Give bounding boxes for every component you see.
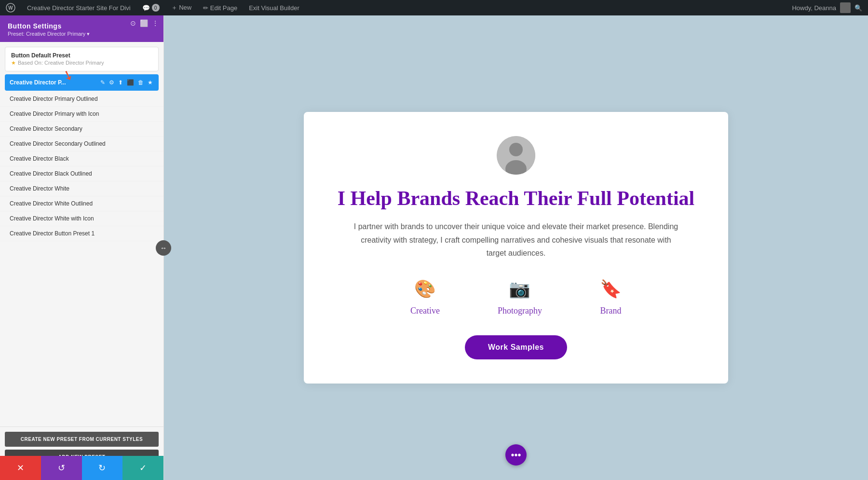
brand-icon: 🔖 (600, 279, 622, 299)
admin-edit-page[interactable]: ✏ Edit Page (197, 0, 243, 15)
cta-button[interactable]: Work Samples (465, 335, 567, 359)
comment-count: 0 (152, 4, 160, 12)
list-item[interactable]: Creative Director Secondary Outlined (0, 137, 163, 151)
list-item[interactable]: Creative Director White with Icon (0, 211, 163, 226)
panel-header-icons: ⊙ ⬜ ⋮ (130, 19, 159, 27)
redo-button[interactable]: ↻ (82, 456, 123, 480)
close-icon: ✕ (17, 463, 24, 473)
creative-icon-item: 🎨 Creative (410, 279, 440, 316)
creative-label: Creative (410, 306, 440, 316)
create-preset-button[interactable]: CREATE NEW PRESET FROM CURRENT STYLES (5, 432, 159, 447)
svg-text:W: W (8, 5, 13, 11)
hero-title: I Help Brands Reach Their Full Potential (333, 186, 699, 210)
edit-preset-icon[interactable]: ✎ (99, 78, 106, 87)
expand-icon[interactable]: ⬜ (140, 19, 148, 27)
admin-site-name[interactable]: Creative Director Starter Site For Divi (21, 0, 136, 15)
list-item[interactable]: Creative Director Secondary (0, 122, 163, 137)
panel-toggle-button[interactable]: ↔ (156, 240, 171, 256)
bottom-toolbar: ✕ ↺ ↻ ✓ (0, 456, 163, 480)
default-preset-section: Button Default Preset ★Based On: Creativ… (5, 47, 159, 71)
admin-search-icon[interactable]: 🔍 (854, 4, 862, 12)
close-button[interactable]: ✕ (0, 456, 41, 480)
list-item[interactable]: Creative Director Button Preset 1 (0, 226, 163, 241)
right-content: I Help Brands Reach Their Full Potential… (164, 15, 868, 480)
howdy-text: Howdy, Deanna (792, 4, 836, 12)
copy-preset-icon[interactable]: ⬛ (126, 78, 135, 87)
list-item[interactable]: Creative Director White Outlined (0, 196, 163, 211)
hero-avatar-image (497, 136, 535, 175)
wp-logo-icon: W (6, 3, 15, 13)
floating-action-button[interactable]: ••• (505, 444, 527, 466)
settings-preset-icon[interactable]: ⚙ (108, 78, 115, 87)
undo-icon: ↺ (58, 463, 65, 473)
undo-button[interactable]: ↺ (41, 456, 82, 480)
star-icon: ★ (11, 60, 16, 66)
save-button[interactable]: ✓ (122, 456, 163, 480)
svg-point-3 (509, 143, 523, 156)
creative-icon: 🎨 (414, 279, 436, 299)
preset-list-area: Button Default Preset ★Based On: Creativ… (0, 47, 163, 299)
hero-subtitle: I partner with brands to uncover their u… (352, 220, 680, 260)
photography-label: Photography (498, 306, 542, 316)
admin-comments[interactable]: 💬 0 (136, 0, 165, 15)
default-preset-based-on: ★Based On: Creative Director Primary (11, 60, 152, 66)
left-panel: ⊙ ⬜ ⋮ Button Settings Preset: Creative D… (0, 15, 164, 480)
main-layout: ⊙ ⬜ ⋮ Button Settings Preset: Creative D… (0, 15, 868, 480)
panel-content: Button Default Preset ★Based On: Creativ… (0, 42, 163, 426)
star-preset-icon[interactable]: ★ (147, 78, 154, 87)
hero-card: I Help Brands Reach Their Full Potential… (304, 112, 728, 384)
active-preset-name: Creative Director P... (10, 79, 96, 86)
list-item[interactable]: Creative Director Black Outlined (0, 166, 163, 181)
preset-actions: ✎ ⚙ ⬆ ⬛ 🗑 ★ (99, 78, 154, 87)
brand-icon-item: 🔖 Brand (600, 279, 622, 316)
redo-icon: ↻ (98, 463, 106, 473)
preset-list: Creative Director Primary OutlinedCreati… (0, 92, 163, 241)
comment-icon: 💬 (142, 4, 150, 12)
admin-nav: Creative Director Starter Site For Divi … (21, 0, 792, 15)
default-preset-label: Button Default Preset (11, 52, 152, 59)
panel-preset-subtitle[interactable]: Preset: Creative Director Primary ▾ (8, 31, 156, 37)
photography-icon: 📷 (509, 279, 530, 299)
active-preset-row[interactable]: Creative Director P... ✎ ⚙ ⬆ ⬛ 🗑 ★ (5, 74, 159, 91)
list-item[interactable]: Creative Director Black (0, 151, 163, 166)
based-on-text: Based On: Creative Director Primary (18, 60, 104, 66)
admin-howdy: Howdy, Deanna 🔍 (792, 2, 862, 13)
focus-icon[interactable]: ⊙ (130, 19, 136, 27)
save-icon: ✓ (139, 463, 147, 473)
upload-preset-icon[interactable]: ⬆ (117, 78, 124, 87)
panel-header: ⊙ ⬜ ⋮ Button Settings Preset: Creative D… (0, 15, 163, 42)
icons-row: 🎨 Creative 📷 Photography 🔖 Brand (333, 279, 699, 316)
list-item[interactable]: Creative Director Primary Outlined (0, 92, 163, 107)
delete-preset-icon[interactable]: 🗑 (137, 78, 145, 87)
admin-exit-builder[interactable]: Exit Visual Builder (243, 0, 305, 15)
hero-avatar (497, 136, 535, 175)
photography-icon-item: 📷 Photography (498, 279, 542, 316)
more-icon[interactable]: ⋮ (152, 19, 159, 27)
admin-avatar (840, 2, 851, 13)
admin-bar: W Creative Director Starter Site For Div… (0, 0, 868, 15)
admin-new[interactable]: ＋ New (165, 0, 198, 15)
brand-label: Brand (600, 306, 621, 316)
list-item[interactable]: Creative Director Primary with Icon (0, 107, 163, 122)
list-item[interactable]: Creative Director White (0, 181, 163, 196)
